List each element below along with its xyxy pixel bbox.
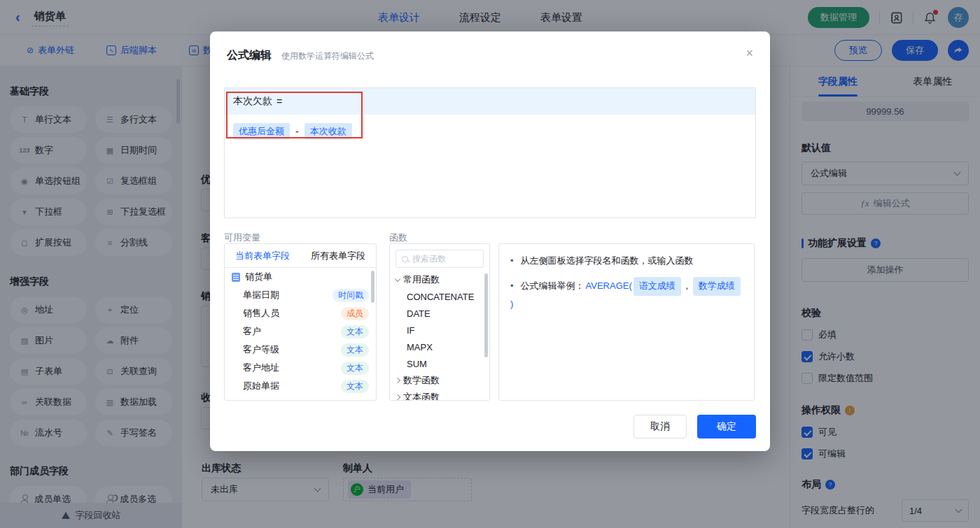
chevron-down-icon (395, 276, 400, 281)
variable-name: 客户 (232, 325, 261, 338)
variables-tabs: 当前表单字段 所有表单字段 (225, 244, 376, 268)
function-name: CONCATENATE (396, 292, 474, 302)
group-name: 常用函数 (403, 273, 440, 286)
function-group-math[interactable]: 数学函数 (390, 372, 489, 389)
variable-form-row[interactable]: 销货单 (225, 268, 376, 286)
function-sum[interactable]: SUM (390, 355, 489, 372)
formula-edit-modal: 公式编辑 使用数学运算符编辑公式 × 本次欠款 = 优惠后金额 - 本次收款 可… (210, 31, 770, 451)
functions-scrollbar[interactable] (484, 273, 488, 357)
variable-row-customer[interactable]: 客户 文本 (225, 322, 376, 341)
search-icon (402, 256, 408, 262)
function-name: IF (396, 325, 415, 336)
variable-row-original-bill[interactable]: 原始单据 文本 (225, 377, 376, 395)
example-chip-math-score: 数学成绩 (693, 277, 741, 296)
function-if[interactable]: IF (390, 322, 489, 338)
variable-name: 客户等级 (232, 343, 279, 356)
variables-scrollbar[interactable] (371, 271, 374, 303)
tab-all-form-fields[interactable]: 所有表单字段 (300, 244, 376, 267)
variable-row-customer-level[interactable]: 客户等级 文本 (225, 341, 376, 359)
functions-panel: 搜索函数 常用函数 CONCATENATE DATE IF MAPX SUM 数… (389, 243, 490, 401)
search-placeholder: 搜索函数 (412, 253, 446, 265)
type-badge: 文本 (341, 343, 369, 357)
tip-text: 从左侧面板选择字段名和函数，或输入函数 (521, 254, 694, 269)
close-icon[interactable]: × (746, 47, 753, 59)
example-chip-chinese-score: 语文成绩 (634, 277, 681, 296)
bullet-icon: • (510, 254, 514, 269)
function-name: SUM (396, 359, 427, 369)
function-group-common[interactable]: 常用函数 (390, 271, 489, 288)
function-name: MAPX (396, 342, 433, 352)
equals-sign: = (276, 96, 282, 107)
formula-chip-discount-amount[interactable]: 优惠后金额 (233, 123, 290, 140)
variable-name: 客户地址 (232, 362, 279, 374)
type-badge: 时间戳 (332, 289, 369, 302)
form-doc-icon (232, 273, 240, 282)
example-function-close: ) (510, 297, 513, 312)
tip-line-1: • 从左侧面板选择字段名和函数，或输入函数 (510, 254, 743, 269)
tip-line-2: • 公式编辑举例： AVERAGE( 语文成绩 ， 数学成绩 ) (510, 277, 743, 312)
variable-name: 单据日期 (232, 289, 279, 301)
group-name: 数学函数 (403, 374, 440, 387)
form-name: 销货单 (245, 271, 272, 283)
formula-editor[interactable]: 本次欠款 = 优惠后金额 - 本次收款 (224, 87, 756, 218)
group-name: 文本函数 (403, 391, 440, 401)
bullet-icon: • (510, 279, 514, 294)
variable-row-bill-date[interactable]: 单据日期 时间戳 (225, 286, 376, 304)
variable-row-customer-address[interactable]: 客户地址 文本 (225, 359, 376, 377)
type-badge: 文本 (341, 325, 369, 338)
variable-row-salesperson[interactable]: 销售人员 成员 (225, 304, 376, 322)
function-name: DATE (396, 308, 430, 319)
formula-target-field: 本次欠款 (233, 95, 272, 108)
minus-operator: - (295, 126, 299, 137)
function-mapx[interactable]: MAPX (390, 338, 489, 355)
screen: ‹ 销货单 表单设计 流程设定 表单设置 数据管理 存 ⊘ 表单外链 (0, 0, 980, 528)
functions-label: 函数 (389, 231, 407, 244)
variable-name: 销售人员 (232, 307, 279, 320)
example-function-open: AVERAGE( (586, 279, 632, 294)
type-badge: 文本 (341, 362, 369, 375)
type-badge: 文本 (341, 380, 369, 393)
tab-current-form-fields[interactable]: 当前表单字段 (225, 244, 300, 267)
formula-expression-row[interactable]: 优惠后金额 - 本次收款 (225, 115, 755, 148)
tip-example-label: 公式编辑举例： (521, 279, 584, 294)
modal-title: 公式编辑 (227, 48, 272, 63)
variables-panel: 当前表单字段 所有表单字段 销货单 单据日期 时间戳 销售人员 成员 客户 文本… (224, 243, 377, 401)
function-date[interactable]: DATE (390, 305, 489, 322)
modal-subtitle: 使用数学运算符编辑公式 (281, 50, 374, 62)
function-concatenate[interactable]: CONCATENATE (390, 288, 489, 305)
function-group-text[interactable]: 文本函数 (390, 389, 489, 401)
cancel-button[interactable]: 取消 (634, 415, 687, 438)
variables-label: 可用变量 (224, 231, 260, 244)
chevron-right-icon (395, 394, 400, 400)
confirm-button[interactable]: 确定 (697, 415, 756, 438)
modal-header: 公式编辑 使用数学运算符编辑公式 (210, 31, 770, 63)
formula-chip-current-payment[interactable]: 本次收款 (304, 123, 352, 140)
chevron-right-icon (395, 378, 400, 383)
tips-panel: • 从左侧面板选择字段名和函数，或输入函数 • 公式编辑举例： AVERAGE(… (498, 243, 755, 401)
type-badge: 成员 (341, 307, 369, 320)
comma: ， (682, 279, 692, 294)
formula-target-row: 本次欠款 = (225, 88, 755, 115)
function-search-input[interactable]: 搜索函数 (396, 250, 484, 268)
variable-name: 原始单据 (232, 380, 279, 392)
